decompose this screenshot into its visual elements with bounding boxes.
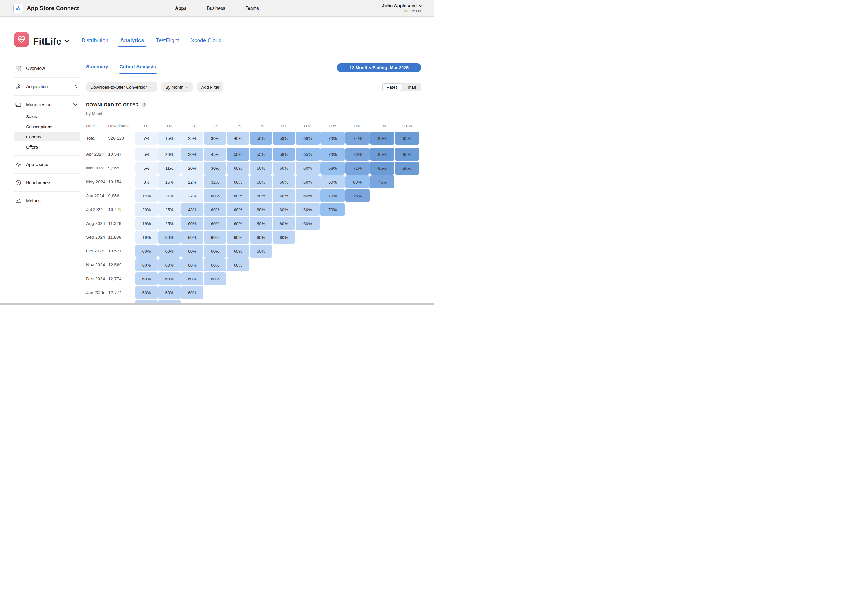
tab-xcode-cloud[interactable]: Xcode Cloud: [191, 37, 222, 47]
heatmap-cell[interactable]: 60%: [296, 217, 320, 230]
heatmap-cell[interactable]: 60%: [158, 272, 181, 285]
heatmap-cell[interactable]: 60%: [181, 245, 203, 257]
heatmap-cell[interactable]: 60%: [273, 217, 295, 230]
heatmap-cell[interactable]: 25%: [181, 132, 203, 145]
heatmap-cell[interactable]: 60%: [181, 231, 203, 244]
sidebar-item-sales[interactable]: Sales: [14, 112, 80, 121]
heatmap-cell[interactable]: 60%: [250, 189, 272, 202]
sidebar-item-overview[interactable]: Overview: [14, 63, 80, 74]
heatmap-cell[interactable]: 25%: [158, 203, 181, 216]
heatmap-cell[interactable]: 70%: [321, 132, 345, 145]
heatmap-cell[interactable]: 22%: [181, 189, 203, 202]
app-store-connect-brand[interactable]: App Store Connect: [13, 4, 79, 13]
heatmap-cell[interactable]: 60%: [181, 272, 203, 285]
heatmap-cell[interactable]: 60%: [181, 286, 203, 299]
subtab-summary[interactable]: Summary: [86, 64, 108, 74]
heatmap-cell[interactable]: 60%: [227, 189, 249, 202]
heatmap-cell[interactable]: 8%: [135, 175, 158, 188]
heatmap-cell[interactable]: 60%: [204, 272, 226, 285]
heatmap-cell[interactable]: 48%: [181, 203, 203, 216]
sidebar-item-acquisition[interactable]: Acquisition: [14, 81, 80, 92]
heatmap-cell[interactable]: 60%: [227, 259, 249, 271]
toggle-rates[interactable]: Rates: [382, 83, 402, 91]
heatmap-cell[interactable]: 73%: [345, 148, 370, 161]
heatmap-cell[interactable]: 11%: [158, 161, 181, 175]
heatmap-cell[interactable]: 60%: [227, 245, 249, 257]
heatmap-cell[interactable]: 60%: [273, 175, 295, 188]
app-switcher[interactable]: FitLife: [33, 36, 70, 47]
next-period-icon[interactable]: ›: [415, 65, 417, 70]
heatmap-cell[interactable]: 60%: [250, 245, 272, 257]
heatmap-cell[interactable]: 65%: [296, 148, 320, 161]
sidebar-item-offers[interactable]: Offers: [14, 142, 80, 152]
heatmap-cell[interactable]: 50%: [227, 148, 249, 161]
user-block[interactable]: John Appleseed Nature Lab: [382, 3, 422, 14]
heatmap-cell[interactable]: 14%: [135, 189, 158, 202]
heatmap-cell[interactable]: 60%: [250, 175, 272, 188]
heatmap-cell[interactable]: 96%: [395, 161, 419, 175]
heatmap-cell[interactable]: 60%: [158, 259, 181, 271]
heatmap-cell[interactable]: 59%: [273, 132, 295, 145]
heatmap-cell[interactable]: 55%: [250, 148, 272, 161]
heatmap-cell[interactable]: 60%: [250, 203, 272, 216]
sidebar-item-app-usage[interactable]: App Usage: [14, 159, 80, 170]
heatmap-cell[interactable]: 85%: [370, 161, 394, 175]
heatmap-cell[interactable]: 19%: [135, 217, 158, 230]
heatmap-cell[interactable]: 32%: [204, 175, 226, 188]
heatmap-cell[interactable]: 60%: [158, 286, 181, 299]
tab-testflight[interactable]: TestFlight: [156, 37, 179, 47]
heatmap-cell[interactable]: 60%: [250, 161, 272, 175]
sidebar-item-monetization[interactable]: Monetization: [14, 99, 80, 110]
heatmap-cell[interactable]: 60%: [158, 231, 181, 244]
heatmap-cell[interactable]: 60%: [204, 259, 226, 271]
heatmap-cell[interactable]: 68%: [321, 161, 345, 175]
heatmap-cell[interactable]: 21%: [158, 189, 181, 202]
heatmap-cell[interactable]: 60%: [296, 175, 320, 188]
heatmap-cell[interactable]: 58%: [273, 148, 295, 161]
sidebar-item-cohorts[interactable]: Cohorts: [14, 132, 80, 141]
heatmap-cell[interactable]: 60%: [135, 272, 158, 285]
heatmap-cell[interactable]: 60%: [135, 286, 158, 299]
heatmap-cell[interactable]: 15%: [158, 132, 181, 145]
grouping-dropdown[interactable]: By Month ⌄: [161, 82, 193, 92]
heatmap-cell[interactable]: 60%: [135, 245, 158, 257]
heatmap-cell[interactable]: 6%: [135, 161, 158, 175]
heatmap-cell[interactable]: 75%: [370, 175, 394, 188]
heatmap-cell[interactable]: 25%: [158, 217, 181, 230]
sidebar-item-benchmarks[interactable]: Benchmarks: [14, 177, 80, 188]
heatmap-cell[interactable]: 70%: [321, 189, 345, 202]
heatmap-cell[interactable]: 20%: [181, 161, 203, 175]
heatmap-cell[interactable]: 60%: [227, 217, 249, 230]
heatmap-cell[interactable]: 30%: [204, 161, 226, 175]
heatmap-cell[interactable]: 60%: [296, 189, 320, 202]
heatmap-cell[interactable]: 60%: [204, 189, 226, 202]
heatmap-cell[interactable]: 60%: [158, 245, 181, 257]
heatmap-cell[interactable]: 60%: [250, 231, 272, 244]
date-range-picker[interactable]: ‹ 12 Months Ending: Mar 2025 ›: [337, 63, 421, 72]
tab-analytics[interactable]: Analytics: [120, 37, 144, 47]
sidebar-item-subscriptions[interactable]: Subscriptions: [14, 122, 80, 131]
heatmap-cell[interactable]: 20%: [158, 148, 181, 161]
heatmap-cell[interactable]: 60%: [227, 231, 249, 244]
heatmap-cell[interactable]: 95%: [395, 132, 419, 145]
heatmap-cell[interactable]: 19%: [135, 231, 158, 244]
toggle-totals[interactable]: Totals: [402, 83, 421, 91]
heatmap-cell[interactable]: 60%: [321, 175, 345, 188]
heatmap-cell[interactable]: 70%: [321, 203, 345, 216]
top-nav-teams[interactable]: Teams: [245, 6, 259, 11]
heatmap-cell[interactable]: 60%: [273, 203, 295, 216]
heatmap-cell[interactable]: 60%: [296, 161, 320, 175]
heatmap-cell[interactable]: 45%: [204, 148, 226, 161]
heatmap-cell[interactable]: 75%: [345, 189, 370, 202]
previous-period-icon[interactable]: ‹: [341, 65, 343, 70]
heatmap-cell[interactable]: 60%: [204, 203, 226, 216]
heatmap-cell[interactable]: 60%: [273, 189, 295, 202]
heatmap-cell[interactable]: 60%: [227, 175, 249, 188]
heatmap-cell[interactable]: 60%: [181, 259, 203, 271]
heatmap-cell[interactable]: 50%: [250, 132, 272, 145]
heatmap-cell[interactable]: 46%: [227, 132, 249, 145]
heatmap-cell[interactable]: 60%: [135, 259, 158, 271]
top-nav-business[interactable]: Business: [207, 6, 225, 11]
top-nav-apps[interactable]: Apps: [175, 6, 186, 11]
heatmap-cell[interactable]: 60%: [273, 231, 295, 244]
